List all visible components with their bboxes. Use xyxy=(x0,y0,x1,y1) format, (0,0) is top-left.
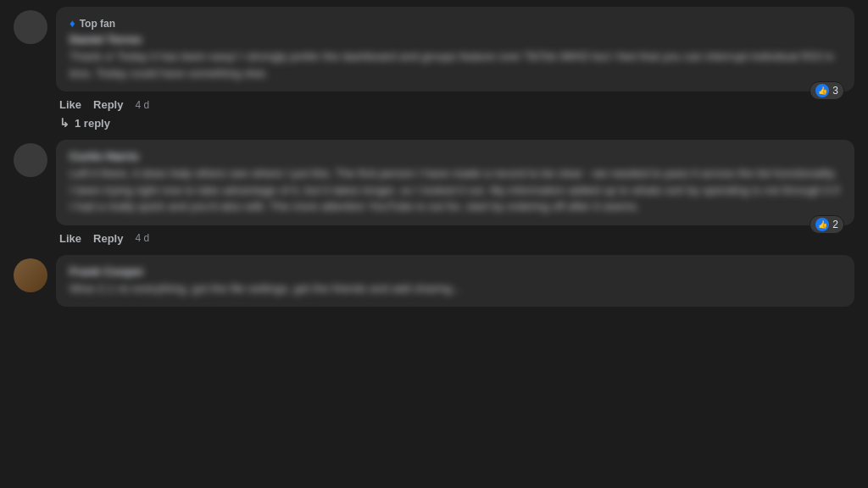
comment-body: ♦ Top fan Daniel Torres Thank u! Today i… xyxy=(56,7,854,130)
comment-body: Frank Cooper Wow 2.1 no everything, got … xyxy=(56,255,854,313)
timestamp: 4 d xyxy=(135,99,149,111)
timestamp: 4 d xyxy=(135,232,149,244)
like-button[interactable]: Like xyxy=(59,98,81,111)
comment-item: ♦ Top fan Daniel Torres Thank u! Today i… xyxy=(14,7,854,130)
reply-button[interactable]: Reply xyxy=(93,232,123,245)
top-fan-label: Top fan xyxy=(80,18,115,30)
replies-toggle[interactable]: ↳ 1 reply xyxy=(56,116,854,130)
avatar xyxy=(14,258,47,292)
top-fan-badge: ♦ Top fan xyxy=(70,17,841,30)
comment-body: Curtis Harris Left it there, it does hel… xyxy=(56,140,854,245)
like-count: 2 xyxy=(832,219,838,230)
commenter-name: Frank Cooper xyxy=(70,265,841,278)
comments-container: ♦ Top fan Daniel Torres Thank u! Today i… xyxy=(0,0,868,319)
commenter-name: Curtis Harris xyxy=(70,150,841,163)
commenter-name: Daniel Torres xyxy=(70,33,841,46)
like-badge: 👍 3 xyxy=(810,81,844,100)
comment-bubble: Curtis Harris Left it there, it does hel… xyxy=(56,140,854,225)
like-thumb-icon: 👍 xyxy=(815,84,829,97)
avatar xyxy=(14,143,47,177)
comment-text: Wow 2.1 no everything, got the file sett… xyxy=(70,280,841,297)
like-button[interactable]: Like xyxy=(59,232,81,245)
like-badge: 👍 2 xyxy=(810,215,844,234)
comment-actions: Like Reply 4 d xyxy=(56,98,854,111)
replies-arrow-icon: ↳ xyxy=(59,116,70,130)
comment-text: Thank u! Today it has been easy! I stron… xyxy=(70,48,841,81)
comment-item: Curtis Harris Left it there, it does hel… xyxy=(14,140,854,245)
replies-label: 1 reply xyxy=(75,117,110,130)
like-thumb-icon: 👍 xyxy=(815,218,829,231)
reply-button[interactable]: Reply xyxy=(93,98,123,111)
comment-text: Left it there, it does help others see w… xyxy=(70,165,841,215)
comment-bubble: ♦ Top fan Daniel Torres Thank u! Today i… xyxy=(56,7,854,92)
comment-item: Frank Cooper Wow 2.1 no everything, got … xyxy=(14,255,854,313)
avatar xyxy=(14,10,47,44)
comment-bubble: Frank Cooper Wow 2.1 no everything, got … xyxy=(56,255,854,308)
like-count: 3 xyxy=(832,85,838,97)
comment-actions: Like Reply 4 d xyxy=(56,232,854,245)
diamond-icon: ♦ xyxy=(70,17,75,30)
